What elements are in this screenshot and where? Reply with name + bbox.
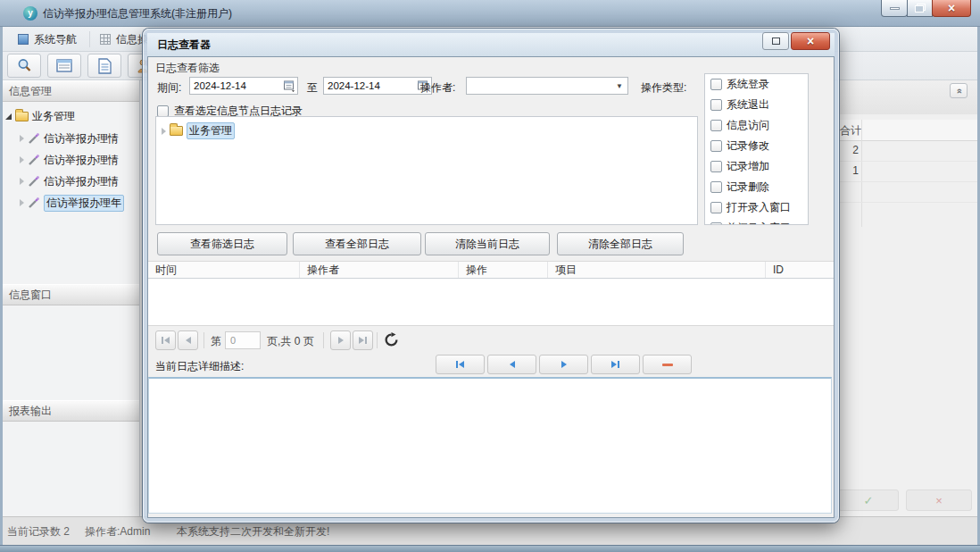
op-type-option[interactable]: 打开录入窗口 <box>705 197 808 218</box>
checkbox-icon[interactable] <box>710 140 722 152</box>
last-page-icon <box>359 337 364 344</box>
record-next-button[interactable] <box>539 355 588 374</box>
op-type-option[interactable]: 关闭录入窗口 <box>705 218 808 225</box>
expander-closed-icon[interactable] <box>20 135 24 142</box>
clear-current-logs-button[interactable]: 清除当前日志 <box>425 232 550 255</box>
record-prev-button[interactable] <box>487 355 536 374</box>
dialog-restore-icon <box>772 38 780 45</box>
chevron-down-icon[interactable]: ▼ <box>616 82 623 90</box>
window-frame-left <box>0 27 3 552</box>
tree-node-petition-report-1[interactable]: 信访举报办理情 <box>20 130 159 147</box>
cancel-button[interactable]: × <box>906 489 972 511</box>
col-operation[interactable]: 操作 <box>459 262 548 278</box>
record-last-button[interactable] <box>591 355 640 374</box>
next-page-button[interactable] <box>330 330 351 350</box>
prev-page-icon <box>186 337 191 344</box>
log-table-body[interactable] <box>148 279 834 326</box>
view-filtered-logs-button[interactable]: 查看筛选日志 <box>157 232 287 255</box>
dialog-close-icon: × <box>807 35 814 47</box>
checkbox-icon[interactable] <box>710 222 722 225</box>
to-label: 至 <box>307 80 318 96</box>
record-last-icon <box>611 361 617 368</box>
cross-icon: × <box>935 494 943 507</box>
window-titlebar[interactable]: y 信访举报办理信息管理系统(非注册用户) × <box>0 0 980 27</box>
sidebar-section-info-management[interactable]: 信息管理 <box>0 80 139 102</box>
restore-button[interactable] <box>907 0 933 17</box>
refresh-icon[interactable] <box>384 332 399 347</box>
summary-panel-header: » <box>838 80 978 114</box>
checkbox-icon[interactable] <box>710 202 722 213</box>
sidebar-section-report-output[interactable]: 报表输出 <box>0 400 139 422</box>
dialog-restore-button[interactable] <box>762 32 789 50</box>
minimize-button[interactable] <box>881 0 908 17</box>
close-button[interactable]: × <box>932 0 971 17</box>
col-operator[interactable]: 操作者 <box>300 262 459 278</box>
last-page-button[interactable] <box>353 330 373 350</box>
op-type-option[interactable]: 记录增加 <box>705 156 808 177</box>
op-type-option[interactable]: 系统登录 <box>705 74 808 95</box>
first-page-button[interactable] <box>155 330 176 350</box>
log-table-header: 时间 操作者 操作 项目 ID <box>148 261 834 279</box>
expander-closed-icon[interactable] <box>162 128 166 135</box>
restore-icon <box>915 4 926 13</box>
confirm-button[interactable]: ✓ <box>838 489 899 511</box>
view-all-logs-button[interactable]: 查看全部日志 <box>293 232 421 255</box>
filter-group-title: 日志查看筛选 <box>155 61 220 76</box>
collapse-chevrons-icon: » <box>953 88 964 93</box>
page-number-input[interactable] <box>225 331 261 349</box>
col-project[interactable]: 项目 <box>548 262 766 278</box>
record-next-icon <box>561 361 567 368</box>
op-type-option[interactable]: 信息访问 <box>705 115 808 136</box>
tree-node-petition-report-3[interactable]: 信访举报办理情 <box>20 172 159 190</box>
checkbox-icon[interactable] <box>710 99 722 111</box>
record-first-button[interactable] <box>436 355 485 374</box>
op-type-option[interactable]: 记录修改 <box>705 136 808 156</box>
first-page-icon <box>164 337 170 344</box>
checkbox-icon[interactable] <box>710 161 722 172</box>
tree-node-petition-report-2[interactable]: 信访举报办理情 <box>20 151 159 169</box>
checkbox-icon[interactable] <box>710 120 722 131</box>
tree-node-petition-report-year[interactable]: 信访举报办理年 <box>20 194 159 212</box>
pagination-bar: 第 页,共 0 页 <box>148 330 834 352</box>
tree-node-business-management[interactable]: 业务管理 <box>5 107 145 125</box>
table-row: 2 <box>838 141 978 162</box>
op-type-option[interactable]: 记录删除 <box>705 177 808 197</box>
date-to-field[interactable]: 2024-12-14 <box>323 77 432 95</box>
op-type-list: 系统登录 系统退出 信息访问 记录修改 记录增加 记录删除 打开录入窗口 关闭录… <box>704 73 809 225</box>
next-page-icon <box>338 337 344 344</box>
record-delete-button[interactable] <box>643 355 692 374</box>
app-logo-icon: y <box>23 6 37 21</box>
calendar-icon[interactable] <box>283 79 295 92</box>
table-row: 1 <box>838 162 978 182</box>
status-message: 本系统支持二次开发和全新开发! <box>177 524 329 539</box>
summary-panel: » 合计 2 1 ✓ × <box>837 80 977 516</box>
sidebar-section-info-window[interactable]: 信息窗口 <box>0 284 139 305</box>
close-icon: × <box>948 2 955 14</box>
expander-closed-icon[interactable] <box>20 178 24 185</box>
list-view-button[interactable] <box>47 54 81 78</box>
window-title: 信访举报办理信息管理系统(非注册用户) <box>43 0 232 27</box>
checkbox-icon[interactable] <box>710 181 722 193</box>
collapse-panel-button[interactable]: » <box>950 83 968 98</box>
search-button[interactable] <box>7 54 41 78</box>
dialog-titlebar[interactable]: 日志查看器 <box>147 33 835 56</box>
dialog-close-button[interactable]: × <box>791 32 830 50</box>
dialog-tree-node-business-management[interactable]: 业务管理 <box>162 122 697 139</box>
clear-all-logs-button[interactable]: 清除全部日志 <box>557 232 684 255</box>
page-prefix-label: 第 <box>211 334 221 349</box>
prev-page-button[interactable] <box>178 330 198 350</box>
col-id[interactable]: ID <box>766 262 834 278</box>
operator-combobox[interactable]: ▼ <box>466 77 628 95</box>
document-button[interactable] <box>87 54 121 78</box>
period-label: 期间: <box>157 80 181 96</box>
tab-system-nav[interactable]: 系统导航 <box>11 29 84 49</box>
info-operation-icon <box>100 34 111 45</box>
col-time[interactable]: 时间 <box>148 262 300 278</box>
op-type-option[interactable]: 系统退出 <box>705 95 808 115</box>
expander-closed-icon[interactable] <box>20 156 24 163</box>
window-frame-bottom <box>0 545 980 552</box>
expander-open-icon[interactable] <box>5 113 12 120</box>
expander-closed-icon[interactable] <box>20 199 24 206</box>
date-from-field[interactable]: 2024-12-14 <box>189 77 298 95</box>
checkbox-icon[interactable] <box>710 79 722 90</box>
